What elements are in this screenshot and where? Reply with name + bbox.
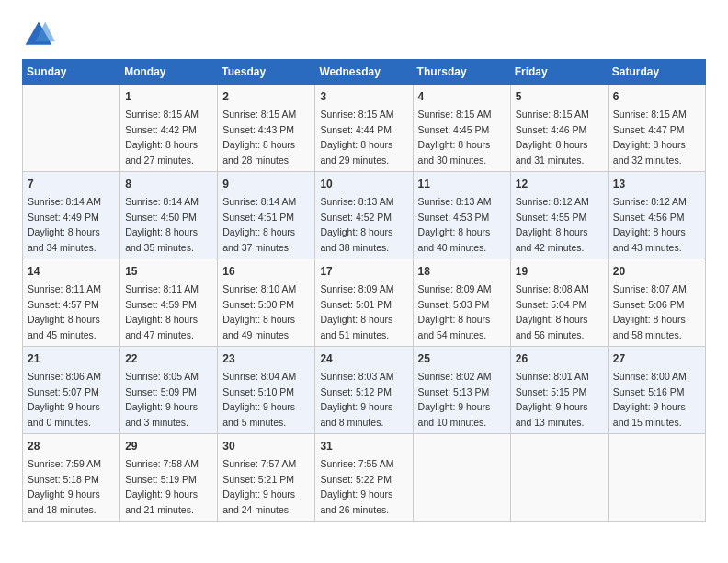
day-number: 11 (418, 176, 506, 192)
calendar-cell: 10Sunrise: 8:13 AMSunset: 4:52 PMDayligh… (315, 172, 413, 259)
day-info: Sunrise: 8:09 AMSunset: 5:01 PMDaylight:… (320, 283, 393, 340)
day-info: Sunrise: 7:57 AMSunset: 5:21 PMDaylight:… (222, 458, 296, 515)
calendar-cell: 14Sunrise: 8:11 AMSunset: 4:57 PMDayligh… (23, 259, 120, 347)
day-info: Sunrise: 8:03 AMSunset: 5:12 PMDaylight:… (320, 371, 393, 428)
calendar-cell: 25Sunrise: 8:02 AMSunset: 5:13 PMDayligh… (413, 347, 510, 434)
calendar-week-row: 1Sunrise: 8:15 AMSunset: 4:42 PMDaylight… (23, 85, 706, 172)
day-info: Sunrise: 8:15 AMSunset: 4:46 PMDaylight:… (516, 109, 589, 166)
day-number: 22 (125, 350, 212, 367)
calendar-cell: 15Sunrise: 8:11 AMSunset: 4:59 PMDayligh… (120, 259, 218, 347)
calendar-cell: 19Sunrise: 8:08 AMSunset: 5:04 PMDayligh… (510, 259, 608, 347)
weekday-header: Tuesday (218, 60, 315, 85)
calendar-cell: 24Sunrise: 8:03 AMSunset: 5:12 PMDayligh… (315, 347, 413, 434)
calendar-cell: 16Sunrise: 8:10 AMSunset: 5:00 PMDayligh… (218, 259, 315, 347)
day-number: 29 (125, 438, 212, 454)
logo-icon (22, 18, 55, 52)
day-number: 13 (613, 176, 700, 192)
calendar-cell: 1Sunrise: 8:15 AMSunset: 4:42 PMDaylight… (120, 85, 218, 172)
calendar-cell: 12Sunrise: 8:12 AMSunset: 4:55 PMDayligh… (510, 172, 608, 259)
day-number: 10 (320, 176, 407, 192)
calendar-week-row: 7Sunrise: 8:14 AMSunset: 4:49 PMDaylight… (23, 172, 706, 259)
day-info: Sunrise: 8:06 AMSunset: 5:07 PMDaylight:… (28, 371, 101, 428)
day-number: 14 (28, 263, 115, 280)
day-info: Sunrise: 8:05 AMSunset: 5:09 PMDaylight:… (125, 371, 199, 428)
day-info: Sunrise: 7:59 AMSunset: 5:18 PMDaylight:… (28, 458, 101, 515)
calendar-cell (413, 434, 510, 522)
day-number: 31 (320, 438, 407, 454)
day-number: 28 (28, 438, 115, 454)
calendar-cell (608, 434, 705, 522)
day-info: Sunrise: 8:10 AMSunset: 5:00 PMDaylight:… (222, 283, 296, 340)
day-number: 18 (418, 263, 506, 280)
weekday-header-row: SundayMondayTuesdayWednesdayThursdayFrid… (23, 60, 706, 85)
calendar-cell: 17Sunrise: 8:09 AMSunset: 5:01 PMDayligh… (315, 259, 413, 347)
calendar-cell: 5Sunrise: 8:15 AMSunset: 4:46 PMDaylight… (510, 85, 608, 172)
page-container: SundayMondayTuesdayWednesdayThursdayFrid… (22, 18, 706, 522)
day-info: Sunrise: 8:15 AMSunset: 4:45 PMDaylight:… (418, 109, 492, 166)
day-number: 8 (125, 176, 212, 192)
day-info: Sunrise: 8:12 AMSunset: 4:56 PMDaylight:… (613, 196, 687, 253)
calendar-cell (510, 434, 608, 522)
day-number: 5 (516, 88, 603, 105)
day-number: 3 (320, 88, 407, 105)
calendar-cell: 21Sunrise: 8:06 AMSunset: 5:07 PMDayligh… (23, 347, 120, 434)
day-info: Sunrise: 8:11 AMSunset: 4:57 PMDaylight:… (28, 283, 101, 340)
day-info: Sunrise: 8:15 AMSunset: 4:42 PMDaylight:… (125, 109, 199, 166)
day-number: 1 (125, 88, 212, 105)
day-info: Sunrise: 8:15 AMSunset: 4:44 PMDaylight:… (320, 109, 393, 166)
calendar-cell: 13Sunrise: 8:12 AMSunset: 4:56 PMDayligh… (608, 172, 705, 259)
day-number: 25 (418, 350, 506, 367)
day-number: 23 (222, 350, 310, 367)
day-number: 17 (320, 263, 407, 280)
calendar-cell: 28Sunrise: 7:59 AMSunset: 5:18 PMDayligh… (23, 434, 120, 522)
day-info: Sunrise: 8:04 AMSunset: 5:10 PMDaylight:… (222, 371, 296, 428)
calendar-cell: 2Sunrise: 8:15 AMSunset: 4:43 PMDaylight… (218, 85, 315, 172)
calendar-cell: 3Sunrise: 8:15 AMSunset: 4:44 PMDaylight… (315, 85, 413, 172)
day-number: 16 (222, 263, 310, 280)
day-number: 6 (613, 88, 700, 105)
day-info: Sunrise: 7:58 AMSunset: 5:19 PMDaylight:… (125, 458, 199, 515)
weekday-header: Sunday (23, 60, 120, 85)
calendar-week-row: 14Sunrise: 8:11 AMSunset: 4:57 PMDayligh… (23, 259, 706, 347)
weekday-header: Thursday (413, 60, 510, 85)
day-info: Sunrise: 8:14 AMSunset: 4:51 PMDaylight:… (222, 196, 296, 253)
day-info: Sunrise: 8:02 AMSunset: 5:13 PMDaylight:… (418, 371, 492, 428)
calendar-cell: 6Sunrise: 8:15 AMSunset: 4:47 PMDaylight… (608, 85, 705, 172)
calendar-cell: 23Sunrise: 8:04 AMSunset: 5:10 PMDayligh… (218, 347, 315, 434)
day-info: Sunrise: 8:15 AMSunset: 4:43 PMDaylight:… (222, 109, 296, 166)
calendar-cell: 29Sunrise: 7:58 AMSunset: 5:19 PMDayligh… (120, 434, 218, 522)
day-number: 19 (516, 263, 603, 280)
calendar-cell: 4Sunrise: 8:15 AMSunset: 4:45 PMDaylight… (413, 85, 510, 172)
calendar-cell: 30Sunrise: 7:57 AMSunset: 5:21 PMDayligh… (218, 434, 315, 522)
calendar-week-row: 28Sunrise: 7:59 AMSunset: 5:18 PMDayligh… (23, 434, 706, 522)
day-number: 24 (320, 350, 407, 367)
calendar-cell: 26Sunrise: 8:01 AMSunset: 5:15 PMDayligh… (510, 347, 608, 434)
day-info: Sunrise: 8:13 AMSunset: 4:53 PMDaylight:… (418, 196, 492, 253)
day-info: Sunrise: 8:00 AMSunset: 5:16 PMDaylight:… (613, 371, 687, 428)
day-number: 21 (28, 350, 115, 367)
calendar-cell: 7Sunrise: 8:14 AMSunset: 4:49 PMDaylight… (23, 172, 120, 259)
weekday-header: Saturday (608, 60, 705, 85)
day-info: Sunrise: 8:12 AMSunset: 4:55 PMDaylight:… (516, 196, 589, 253)
calendar-cell: 27Sunrise: 8:00 AMSunset: 5:16 PMDayligh… (608, 347, 705, 434)
calendar-cell: 8Sunrise: 8:14 AMSunset: 4:50 PMDaylight… (120, 172, 218, 259)
header (22, 18, 706, 52)
day-info: Sunrise: 8:14 AMSunset: 4:50 PMDaylight:… (125, 196, 199, 253)
calendar-cell: 18Sunrise: 8:09 AMSunset: 5:03 PMDayligh… (413, 259, 510, 347)
calendar-table: SundayMondayTuesdayWednesdayThursdayFrid… (22, 59, 706, 522)
day-number: 2 (222, 88, 310, 105)
day-info: Sunrise: 7:55 AMSunset: 5:22 PMDaylight:… (320, 458, 393, 515)
day-info: Sunrise: 8:15 AMSunset: 4:47 PMDaylight:… (613, 109, 687, 166)
day-number: 9 (222, 176, 310, 192)
day-info: Sunrise: 8:14 AMSunset: 4:49 PMDaylight:… (28, 196, 101, 253)
weekday-header: Friday (510, 60, 608, 85)
weekday-header: Monday (120, 60, 218, 85)
calendar-cell (23, 85, 120, 172)
calendar-cell: 11Sunrise: 8:13 AMSunset: 4:53 PMDayligh… (413, 172, 510, 259)
day-number: 20 (613, 263, 700, 280)
day-number: 4 (418, 88, 506, 105)
day-info: Sunrise: 8:08 AMSunset: 5:04 PMDaylight:… (516, 283, 589, 340)
day-number: 30 (222, 438, 310, 454)
calendar-cell: 9Sunrise: 8:14 AMSunset: 4:51 PMDaylight… (218, 172, 315, 259)
day-info: Sunrise: 8:07 AMSunset: 5:06 PMDaylight:… (613, 283, 687, 340)
